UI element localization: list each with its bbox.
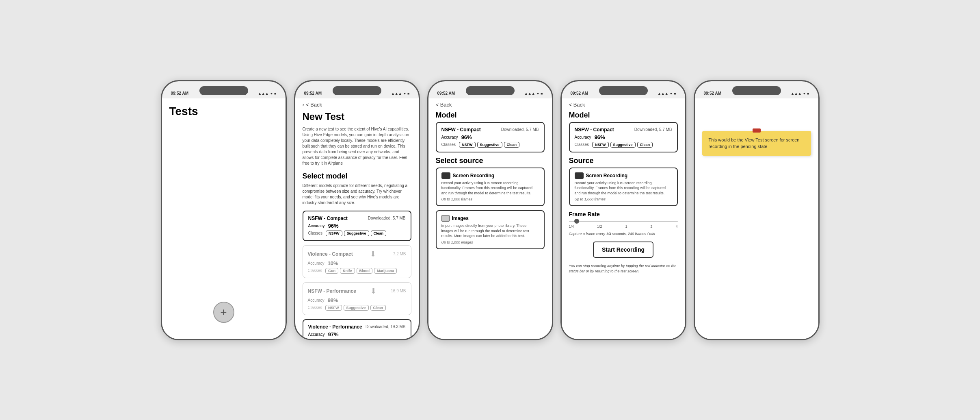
screens-container: 09:52 AM ▲▲▲ ● ■ Tests + 09:52 AM ▲▲▲ ● …	[161, 80, 820, 340]
select-source-title: Select source	[436, 157, 545, 165]
phone-screen-2: 09:52 AM ▲▲▲ ● ■ ‹ < Back New Test Creat…	[294, 80, 420, 340]
class-nsfw-s4: NSFW	[592, 142, 609, 148]
model-card-violence-performance[interactable]: Violence - Performance Downloaded, 19.3 …	[303, 319, 411, 339]
source-card-images[interactable]: Images Import images directly from your …	[436, 210, 545, 249]
status-bar-2: 09:52 AM ▲▲▲ ● ■	[295, 87, 419, 98]
classes-row-1: Classes NSFW Suggestive Clean	[308, 231, 406, 236]
status-icons-4: ▲▲▲ ● ■	[658, 91, 676, 96]
status-bar-5: 09:52 AM ▲▲▲ ● ■	[695, 87, 818, 98]
source-card-screen-recording[interactable]: Screen Recording Record your activity us…	[436, 168, 545, 207]
status-icons-1: ▲▲▲ ● ■	[258, 91, 277, 96]
start-recording-container: Start Recording	[569, 236, 678, 263]
camera-icon	[441, 172, 450, 179]
wifi-icon-4: ●	[670, 91, 672, 96]
source-title-s4: Screen Recording	[586, 173, 628, 178]
screen-content-5: This would be the View Test screen for s…	[695, 98, 818, 339]
new-test-title: New Test	[303, 111, 411, 122]
back-link-4[interactable]: < Back	[569, 102, 678, 108]
screen-content-2[interactable]: ‹ < Back New Test Create a new test to s…	[295, 98, 419, 339]
download-icon-3[interactable]: ⬇	[370, 287, 376, 296]
classes-label-2: Classes	[308, 268, 322, 273]
signal-icon-2: ▲▲▲	[391, 91, 402, 96]
class-tag-suggestive-p: Suggestive	[344, 305, 369, 311]
class-sug-s4: Suggestive	[610, 142, 636, 148]
class-tag-suggestive: Suggestive	[344, 231, 369, 236]
class-tag-nsfw-p: NSFW	[325, 305, 342, 311]
slider-label-2: 1	[625, 224, 627, 228]
back-label-4: < Back	[569, 102, 585, 108]
accuracy-label-2: Accuracy	[308, 261, 325, 265]
source-limit-images: Up to 1,000 images	[441, 240, 539, 244]
source-title-images: Images	[452, 215, 469, 221]
class-tag-knife: Knife	[340, 268, 355, 274]
slider-label-3: 2	[650, 224, 652, 228]
start-recording-button[interactable]: Start Recording	[593, 242, 653, 258]
stop-caption: You can stop recording anytime by tappin…	[569, 263, 678, 274]
accuracy-value-3: 98%	[328, 297, 338, 303]
class-tag-blood: Blood	[357, 268, 373, 274]
model-accuracy-s3: Accuracy 96%	[441, 134, 539, 140]
status-bar-3: 09:52 AM ▲▲▲ ● ■	[428, 87, 552, 98]
wifi-icon-3: ●	[537, 91, 539, 96]
source-limit-recording: Up to 1,000 frames	[441, 197, 539, 201]
accuracy-value-1: 96%	[328, 223, 339, 229]
accuracy-label-3: Accuracy	[308, 298, 325, 302]
tests-title: Tests	[169, 105, 278, 118]
select-model-title: Select model	[303, 172, 411, 181]
phone-screen-4: 09:52 AM ▲▲▲ ● ■ < Back Model NSFW - Com…	[560, 80, 686, 340]
download-icon-2[interactable]: ⬇	[370, 250, 376, 259]
wifi-icon-5: ●	[803, 91, 805, 96]
class-nsfw-s3: NSFW	[459, 142, 476, 148]
model-card-s3[interactable]: NSFW - Compact Downloaded, 5.7 MB Accura…	[436, 122, 545, 152]
model-name-2: Violence - Compact	[308, 251, 353, 257]
camera-icon-s4	[575, 172, 584, 179]
model-accuracy-1: Accuracy 96%	[308, 223, 406, 229]
battery-icon-5: ■	[807, 91, 809, 96]
sticky-note-text: This would be the View Test screen for s…	[709, 137, 800, 149]
model-name-s4: NSFW - Compact	[575, 127, 614, 133]
model-name-s3: NSFW - Compact	[441, 127, 481, 133]
accuracy-value-s4: 96%	[595, 134, 605, 140]
screen-content-3[interactable]: < Back Model NSFW - Compact Downloaded, …	[428, 98, 552, 339]
accuracy-value-s3: 96%	[461, 134, 472, 140]
model-card-nsfw-compact[interactable]: NSFW - Compact Downloaded, 5.7 MB Accura…	[303, 211, 411, 241]
model-accuracy-4: Accuracy 97%	[308, 331, 406, 337]
model-card-header-s3: NSFW - Compact Downloaded, 5.7 MB	[441, 127, 539, 133]
phone-screen-3: 09:52 AM ▲▲▲ ● ■ < Back Model NSFW - Com…	[427, 80, 553, 340]
back-link-2[interactable]: ‹ < Back	[303, 102, 411, 108]
slider-labels: 1/4 1/2 1 2 4	[569, 224, 678, 228]
accuracy-value-4: 97%	[328, 331, 339, 337]
frame-rate-label: Frame Rate	[569, 211, 678, 218]
model-card-nsfw-performance[interactable]: NSFW - Performance ⬇ 16.9 MB Accuracy 98…	[303, 282, 411, 315]
accuracy-label-1: Accuracy	[308, 224, 325, 228]
back-link-3[interactable]: < Back	[436, 102, 545, 108]
accuracy-label-s4: Accuracy	[575, 135, 591, 139]
model-card-s4[interactable]: NSFW - Compact Downloaded, 5.7 MB Accura…	[569, 122, 678, 152]
frame-rate-slider-container[interactable]: 1/4 1/2 1 2 4	[569, 221, 678, 228]
status-bar-1: 09:52 AM ▲▲▲ ● ■	[162, 87, 286, 98]
classes-label-1: Classes	[308, 231, 323, 235]
model-card-violence-compact[interactable]: Violence - Compact ⬇ 7.2 MB Accuracy 10%…	[303, 245, 411, 278]
classes-label-s4: Classes	[575, 142, 589, 147]
model-section-title-3: Model	[436, 111, 545, 120]
model-card-header-4: Violence - Performance Downloaded, 19.3 …	[308, 324, 406, 330]
battery-icon-4: ■	[674, 91, 676, 96]
slider-thumb[interactable]	[574, 219, 579, 224]
accuracy-label-4: Accuracy	[308, 332, 325, 337]
screen-content-4[interactable]: < Back Model NSFW - Compact Downloaded, …	[562, 98, 685, 339]
back-arrow-2: ‹	[303, 102, 304, 108]
status-time-3: 09:52 AM	[437, 91, 455, 96]
model-meta-s4: Downloaded, 5.7 MB	[634, 127, 672, 132]
new-test-description: Create a new test to see the extent of H…	[303, 126, 411, 166]
status-icons-5: ▲▲▲ ● ■	[791, 91, 809, 96]
select-model-sub: Different models optimize for different …	[303, 183, 411, 206]
class-sug-s3: Suggestive	[477, 142, 502, 148]
battery-icon-2: ■	[407, 91, 409, 96]
model-section-title-4: Model	[569, 111, 678, 120]
source-card-s4[interactable]: Screen Recording Record your activity us…	[569, 168, 678, 207]
status-time-4: 09:52 AM	[571, 91, 588, 96]
phone-screen-5: 09:52 AM ▲▲▲ ● ■ This would be the View …	[694, 80, 820, 340]
model-name-4: Violence - Performance	[308, 324, 362, 330]
add-test-fab[interactable]: +	[213, 302, 234, 323]
status-time-2: 09:52 AM	[304, 91, 322, 96]
